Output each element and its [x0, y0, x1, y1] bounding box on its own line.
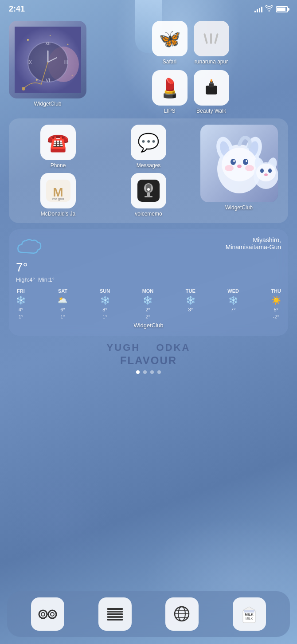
runaruna-label: runaruna apur — [195, 59, 228, 65]
svg-text:IX: IX — [27, 60, 32, 65]
forecast-sun: SUN ❄️ 8° 1° — [100, 288, 110, 319]
safari-icon: 🦋 — [152, 21, 188, 56]
row1-apps: XII III VI IX WidgetClub — [9, 21, 288, 114]
weather-left: 7° High:4° Min:1° — [16, 236, 55, 283]
svg-text:MILK: MILK — [245, 613, 254, 617]
mcdonalds-icon: M mc god — [40, 173, 76, 208]
phone-icon: ☎️ — [40, 125, 76, 160]
dock-icon-3 — [165, 597, 199, 631]
clock-widget: XII III VI IX — [9, 21, 86, 98]
dock-app-3[interactable] — [165, 597, 199, 631]
dock-app-1[interactable] — [31, 597, 64, 631]
svg-point-5 — [50, 35, 51, 36]
forecast-fri: FRI ❄️ 4° 1° — [16, 288, 26, 319]
svg-rect-16 — [210, 33, 212, 44]
voicememo-label: voicememo — [135, 211, 162, 217]
voicememo-app[interactable]: voicememo — [106, 173, 191, 217]
forecast-mon: MON ❄️ 2° 2° — [142, 288, 154, 319]
svg-point-32 — [246, 160, 247, 162]
row2-grid: ☎️ Phone 💬 Messages — [15, 125, 282, 217]
svg-point-42 — [264, 173, 268, 176]
svg-point-52 — [39, 610, 47, 618]
svg-rect-17 — [214, 33, 218, 44]
svg-point-33 — [237, 165, 242, 168]
beautywalk-icon — [194, 70, 229, 106]
voicememo-icon — [131, 173, 166, 208]
svg-point-31 — [233, 160, 235, 162]
lips-app[interactable]: 💄 LIPS — [152, 70, 188, 114]
right-icons-grid: 🦋 Safari runaruna apur — [93, 21, 288, 114]
signal-icon — [254, 6, 262, 12]
svg-point-2 — [67, 43, 68, 45]
svg-point-55 — [41, 613, 45, 616]
svg-point-30 — [243, 159, 248, 165]
weather-widget[interactable]: 7° High:4° Min:1° Miyashiro,Minamisaitam… — [9, 229, 288, 336]
page-dots — [9, 370, 288, 374]
svg-rect-61 — [107, 619, 123, 620]
svg-point-39 — [256, 164, 276, 181]
svg-point-51 — [147, 188, 150, 191]
forecast-wed: WED ❄️ 7° — [227, 288, 239, 319]
page-dot-2 — [143, 370, 147, 374]
weather-location: Miyashiro,Minamisaitama-Gun — [226, 236, 281, 251]
safari-row: 🦋 Safari runaruna apur — [93, 21, 288, 65]
svg-rect-49 — [147, 193, 150, 196]
dock-icon-2 — [98, 597, 132, 631]
status-bar: 2:41 — [0, 0, 297, 16]
dock-app-2[interactable] — [98, 597, 132, 631]
battery-icon — [276, 6, 288, 12]
beautywalk-app[interactable]: Beauty Walk — [194, 70, 229, 114]
svg-point-34 — [225, 165, 234, 171]
svg-rect-21 — [211, 79, 212, 82]
beautywalk-label: Beauty Walk — [196, 108, 226, 114]
weather-temperature: 7° — [16, 260, 55, 275]
dock-app-4[interactable]: MILK MILK — [233, 597, 266, 631]
svg-point-40 — [260, 169, 264, 173]
safari-label: Safari — [163, 59, 176, 65]
row2-container: ☎️ Phone 💬 Messages — [9, 118, 288, 223]
time-display: 2:41 — [9, 4, 25, 14]
svg-rect-58 — [107, 611, 123, 613]
weather-range: High:4° Min:1° — [16, 276, 55, 283]
page-dot-4 — [157, 370, 161, 374]
svg-rect-60 — [107, 616, 123, 618]
lips-row: 💄 LIPS Beauty Walk — [93, 70, 288, 114]
svg-point-53 — [48, 610, 56, 618]
cloud-icon — [16, 236, 47, 259]
messages-label: Messages — [137, 162, 161, 169]
svg-point-14 — [22, 87, 25, 90]
weather-top: 7° High:4° Min:1° Miyashiro,Minamisaitam… — [16, 236, 281, 283]
page-dot-3 — [150, 370, 154, 374]
sanrio-widget-image — [200, 125, 278, 202]
safari-app[interactable]: 🦋 Safari — [152, 21, 188, 65]
runaruna-icon — [194, 21, 229, 56]
svg-text:MILK: MILK — [246, 617, 253, 620]
svg-rect-50 — [145, 196, 152, 197]
page-dot-1 — [136, 370, 140, 374]
messages-app[interactable]: 💬 Messages — [106, 125, 191, 169]
widgetclub-big-app[interactable]: XII III VI IX WidgetClub — [9, 21, 86, 107]
dock: MILK MILK — [7, 591, 290, 637]
dock-icon-1 — [31, 597, 64, 631]
mcdonalds-app[interactable]: M mc god McDonald's Ja — [15, 173, 101, 217]
sanrio-widget[interactable]: WidgetClub — [196, 125, 282, 217]
runaruna-app[interactable]: runaruna apur — [194, 21, 229, 65]
phone-label: Phone — [51, 162, 66, 169]
mcdonalds-label: McDonald's Ja — [41, 211, 75, 217]
forecast-sat: SAT 🌥️ 6° 1° — [58, 288, 67, 319]
wallpaper-text1: YUGH ODKA — [9, 342, 288, 353]
wallpaper-text2: FLAVOUR — [9, 354, 288, 367]
dock-icon-4: MILK MILK — [233, 597, 266, 631]
svg-point-35 — [245, 165, 254, 171]
messages-icon: 💬 — [131, 125, 166, 160]
phone-app[interactable]: ☎️ Phone — [15, 125, 101, 169]
svg-point-29 — [231, 159, 236, 165]
svg-rect-15 — [203, 33, 207, 44]
svg-rect-71 — [244, 610, 254, 613]
svg-rect-59 — [107, 613, 123, 615]
svg-text:III: III — [64, 60, 67, 65]
weather-widget-label: WidgetClub — [16, 322, 281, 329]
weather-forecast: FRI ❄️ 4° 1° SAT 🌥️ 6° 1° SUN ❄️ 8° 1° M… — [16, 288, 281, 319]
widgetclub-big-label: WidgetClub — [34, 101, 61, 107]
forecast-thu: THU ☀️ 5° -2° — [271, 288, 281, 319]
